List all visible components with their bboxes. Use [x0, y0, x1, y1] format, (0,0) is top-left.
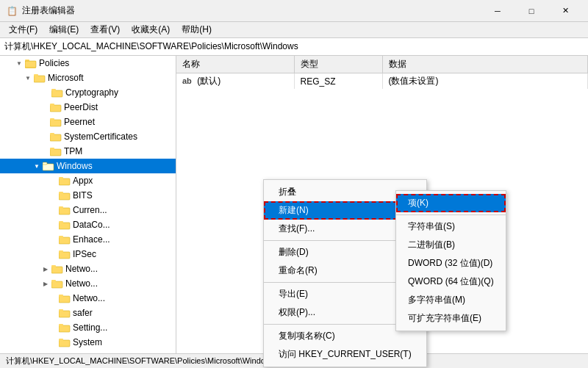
status-text: 计算机\HKEY_LOCAL_MACHINE\SOFTWARE\Policies… [6, 356, 275, 367]
folder-icon [59, 352, 71, 353]
folder-icon [59, 249, 71, 259]
svg-rect-33 [51, 280, 56, 282]
submenu-binary[interactable]: 二进制值(B) [396, 236, 506, 254]
svg-rect-10 [50, 120, 61, 126]
menu-bar: 文件(F) 编辑(E) 查看(V) 收藏夹(A) 帮助(H) [0, 22, 588, 38]
ctx-label: 重命名(R) [279, 264, 318, 277]
submenu-label: 字符串值(S) [408, 221, 455, 231]
tree-item-system[interactable]: System [0, 335, 176, 350]
tree-label: SystemCertificates [64, 131, 137, 142]
expand-icon: ▶ [41, 279, 50, 288]
menu-favorites[interactable]: 收藏夹(A) [126, 22, 176, 37]
submenu-separator [396, 214, 506, 215]
ctx-label: 权限(P)... [279, 306, 315, 319]
svg-rect-27 [59, 236, 63, 238]
tree-item-netwo3[interactable]: Netwo... [0, 291, 176, 306]
menu-edit[interactable]: 编辑(E) [43, 22, 85, 37]
svg-rect-32 [51, 281, 62, 288]
svg-rect-13 [50, 133, 54, 135]
folder-icon [59, 220, 71, 230]
tree-label: System [73, 337, 102, 347]
svg-rect-20 [59, 193, 70, 200]
svg-rect-9 [50, 104, 54, 106]
tree-item-setting[interactable]: Setting... [0, 320, 176, 335]
tree-label: BITS [73, 190, 93, 201]
submenu-key[interactable]: 项(K) [396, 194, 506, 212]
svg-rect-18 [59, 178, 70, 185]
col-data: 数据 [382, 56, 588, 73]
svg-rect-41 [59, 339, 63, 341]
table-row[interactable]: ab (默认) REG_SZ (数值未设置) [176, 73, 588, 90]
tree-item-microsoft[interactable]: ▼ Microsoft [0, 71, 176, 85]
tree-label: Netwo... [73, 293, 105, 303]
tree-label: TPM [64, 146, 82, 156]
tree-label: PeerDist [64, 102, 98, 112]
tree-item-netwo2[interactable]: ▶ Netwo... [0, 276, 176, 291]
svg-rect-12 [50, 134, 61, 141]
close-button[interactable]: ✕ [548, 0, 582, 22]
tree-item-enhance[interactable]: Enhace... [0, 232, 176, 247]
col-type: 类型 [294, 56, 382, 73]
submenu-qword[interactable]: QWORD (64 位值)(Q) [396, 273, 506, 291]
svg-rect-6 [51, 90, 62, 97]
tree-item-safer[interactable]: safer [0, 306, 176, 320]
tree-label: Setting... [73, 322, 107, 333]
svg-rect-22 [59, 208, 70, 214]
folder-icon-open [43, 161, 54, 171]
tree-label: Cryptography [65, 87, 118, 98]
submenu-dword[interactable]: DWORD (32 位值)(D) [396, 254, 506, 273]
tree-item-tpm[interactable]: TPM [0, 144, 176, 159]
tree-item-peerdist[interactable]: PeerDist [0, 100, 176, 115]
ctx-accessuser[interactable]: 访问 HKEY_CURRENT_USER(T) [264, 345, 426, 364]
address-text: 计算机\HKEY_LOCAL_MACHINE\SOFTWARE\Policies… [4, 40, 298, 53]
svg-rect-25 [59, 221, 63, 223]
tree-label: Curren... [73, 205, 107, 215]
tree-item-tenant[interactable]: TenantRestrictior [0, 350, 176, 353]
svg-rect-21 [59, 192, 63, 194]
tree-item-currver[interactable]: Curren... [0, 203, 176, 217]
tree-item-netwo1[interactable]: ▶ Netwo... [0, 261, 176, 276]
tree-item-systemcerts[interactable]: SystemCertificates [0, 129, 176, 144]
tree-label: Enhace... [73, 234, 110, 245]
folder-icon [51, 278, 63, 289]
submenu-multistring[interactable]: 多字符串值(M) [396, 291, 506, 309]
folder-icon [59, 176, 71, 186]
tree-item-appx[interactable]: Appx [0, 173, 176, 188]
tree-item-datacol[interactable]: DataCo... [0, 217, 176, 232]
tree-label: Windows [57, 161, 93, 171]
ctx-label: 导出(E) [279, 288, 308, 300]
menu-file[interactable]: 文件(F) [3, 22, 43, 37]
tree-item-peernet[interactable]: Peernet [0, 115, 176, 129]
registry-table: 名称 类型 数据 ab (默认) REG_SZ (数值未设置) [176, 56, 588, 89]
submenu-expandstring[interactable]: 可扩充字符串值(E) [396, 309, 506, 328]
tree-item-cryptography[interactable]: Cryptography [0, 85, 176, 100]
tree-item-policies[interactable]: ▼ Policies [0, 56, 176, 71]
submenu-string[interactable]: 字符串值(S) [396, 217, 506, 236]
svg-rect-31 [51, 265, 56, 267]
tree-item-windows[interactable]: ▼ Windows [0, 159, 176, 173]
tree-label: TenantRestrictior [73, 352, 139, 353]
svg-rect-14 [50, 149, 61, 156]
svg-rect-35 [59, 295, 63, 297]
tree-item-ipsec[interactable]: IPSec [0, 247, 176, 261]
minimize-button[interactable]: ─ [481, 0, 514, 22]
submenu-label: 可扩充字符串值(E) [408, 313, 481, 323]
svg-rect-24 [59, 223, 70, 229]
folder-icon [34, 73, 46, 83]
submenu-label: 多字符串值(M) [408, 295, 465, 305]
svg-rect-8 [50, 105, 61, 112]
tree-label: Netwo... [65, 264, 98, 274]
svg-rect-36 [59, 311, 70, 317]
right-panel: 名称 类型 数据 ab (默认) REG_SZ (数值未设置) 折叠 [176, 56, 588, 353]
svg-rect-11 [50, 118, 54, 120]
tree-label: Policies [39, 58, 69, 68]
folder-icon [59, 205, 71, 215]
menu-view[interactable]: 查看(V) [85, 22, 126, 37]
ctx-label: 折叠 [279, 186, 296, 198]
maximize-button[interactable]: □ [514, 0, 548, 22]
menu-help[interactable]: 帮助(H) [176, 22, 218, 37]
svg-rect-43 [59, 353, 63, 354]
tree-item-bits[interactable]: BITS [0, 188, 176, 203]
expand-icon: ▼ [24, 73, 32, 82]
cell-name-text: (默认) [197, 76, 220, 86]
